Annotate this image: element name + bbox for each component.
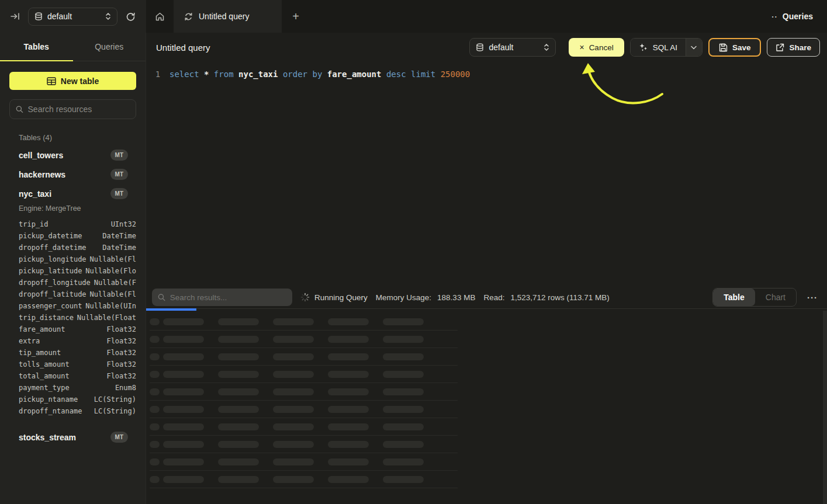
table-name: stocks_stream: [19, 433, 76, 442]
cancel-button[interactable]: × Cancel: [569, 38, 624, 57]
skeleton-cell: [218, 458, 259, 465]
topbar-spacer: [310, 0, 757, 33]
column-type: Nullable(UIn: [85, 302, 136, 310]
skeleton-cell: [383, 406, 424, 413]
skeleton-cell: [328, 388, 369, 395]
column-row: pickup_datetimeDateTime: [19, 230, 136, 242]
query-actions: default × Cancel: [469, 38, 820, 57]
sql-ai-button[interactable]: SQL AI: [631, 39, 686, 56]
share-icon: [776, 43, 784, 52]
sql-code: select * from nyc_taxi order by fare_amo…: [169, 69, 470, 79]
column-name: dropoff_datetime: [19, 244, 86, 252]
query-title: Untitled query: [156, 43, 210, 53]
sidebar-search: [9, 99, 136, 119]
main-panel: Untitled query default × Cancel: [146, 33, 827, 504]
skeleton-row: [150, 436, 458, 453]
sql-token: desc: [381, 69, 406, 79]
sql-token: nyc_taxi: [234, 69, 278, 79]
floppy-save-icon: [719, 43, 728, 52]
sql-token: by: [307, 69, 322, 79]
column-type: DateTime: [102, 232, 136, 240]
results-loading-skeleton: [146, 313, 458, 488]
sidebar-table-hackernews[interactable]: hackernewsMT: [0, 165, 146, 184]
column-name: pickup_longitude: [19, 255, 86, 263]
column-row: pickup_longitudeNullable(Fl: [19, 253, 136, 265]
sql-token: from: [209, 69, 233, 79]
share-button[interactable]: Share: [767, 38, 820, 57]
new-tab-button[interactable]: +: [282, 0, 310, 33]
skeleton-cell: [273, 406, 314, 413]
column-row: dropoff_ntanameLC(String): [19, 405, 136, 417]
sql-token: select: [169, 69, 199, 79]
skeleton-row: [150, 401, 458, 418]
arrow-to-bar-icon: [11, 12, 20, 21]
save-button[interactable]: Save: [708, 38, 762, 57]
tab-untitled-query[interactable]: Untitled query: [174, 0, 282, 33]
skeleton-cell: [273, 388, 314, 395]
column-name: tolls_amount: [19, 360, 70, 369]
sql-ai-dropdown-button[interactable]: [686, 39, 702, 56]
read-label: Read:: [483, 293, 504, 302]
memory-usage: Memory Usage: 188.33 MB: [376, 293, 476, 302]
sidebar-tab-tables[interactable]: Tables: [0, 33, 73, 61]
column-row: tolls_amountFloat32: [19, 359, 136, 370]
refresh-button[interactable]: [123, 9, 138, 24]
column-type: UInt32: [111, 220, 136, 228]
query-database-selector[interactable]: default: [469, 38, 556, 57]
search-resources-input[interactable]: [28, 105, 130, 114]
scrollbar-track[interactable]: [823, 311, 827, 504]
database-selector[interactable]: default: [28, 8, 117, 26]
skeleton-cell: [218, 388, 259, 395]
sql-token: *: [199, 69, 209, 79]
new-table-button[interactable]: New table: [9, 72, 136, 90]
skeleton-cell: [383, 458, 424, 465]
sidebar-table-nyc_taxi[interactable]: nyc_taxiMT: [0, 184, 146, 203]
skeleton-cell: [273, 353, 314, 360]
skeleton-cell: [328, 423, 369, 430]
skeleton-cell: [328, 318, 369, 325]
sidebar-tab-queries[interactable]: Queries: [73, 33, 146, 61]
column-type: Nullable(Fl: [90, 255, 136, 263]
engine-badge: MT: [110, 150, 128, 161]
queries-history-button[interactable]: ·· Queries: [757, 0, 827, 33]
more-options-button[interactable]: ···: [805, 293, 820, 303]
dots-icon: ··: [771, 12, 778, 21]
column-row: dropoff_latitudeNullable(Fl: [19, 289, 136, 300]
view-toggle-chart[interactable]: Chart: [755, 289, 796, 306]
view-toggle-table[interactable]: Table: [713, 289, 755, 306]
skeleton-cell: [163, 318, 204, 325]
home-button[interactable]: [146, 0, 174, 33]
skeleton-cell: [163, 353, 204, 360]
collapse-sidebar-button[interactable]: [8, 9, 22, 23]
cancel-label: Cancel: [589, 43, 614, 52]
column-type: DateTime: [102, 244, 136, 252]
column-row: dropoff_datetimeDateTime: [19, 242, 136, 253]
skeleton-cell: [150, 476, 160, 483]
skeleton-cell: [328, 371, 369, 378]
sql-token: 250000: [435, 69, 470, 79]
column-row: trip_distanceNullable(Float: [19, 312, 136, 324]
save-label: Save: [732, 43, 751, 52]
skeleton-cell: [273, 318, 314, 325]
sql-editor[interactable]: 1 select * from nyc_taxi order by fare_a…: [146, 62, 827, 286]
skeleton-cell: [163, 423, 204, 430]
skeleton-cell: [163, 476, 204, 483]
skeleton-row: [150, 383, 458, 401]
sidebar-table-cell_towers[interactable]: cell_towersMT: [0, 145, 146, 165]
skeleton-cell: [383, 423, 424, 430]
column-type: LC(String): [94, 395, 136, 404]
skeleton-cell: [328, 441, 369, 448]
running-status: Running Query: [300, 293, 368, 302]
column-name: payment_type: [19, 384, 70, 392]
column-type: Float32: [106, 337, 136, 345]
skeleton-row: [150, 418, 458, 436]
skeleton-cell: [150, 406, 160, 413]
search-results-input[interactable]: [170, 293, 286, 302]
skeleton-cell: [150, 458, 160, 465]
skeleton-cell: [328, 336, 369, 343]
column-name: total_amount: [19, 372, 70, 380]
tables-list: cell_towersMThackernewsMTnyc_taxiMTEngin…: [0, 145, 146, 447]
sidebar-table-stocks_stream[interactable]: stocks_streamMT: [0, 427, 146, 447]
queries-label: Queries: [783, 12, 813, 21]
chevron-down-icon: [691, 46, 697, 50]
